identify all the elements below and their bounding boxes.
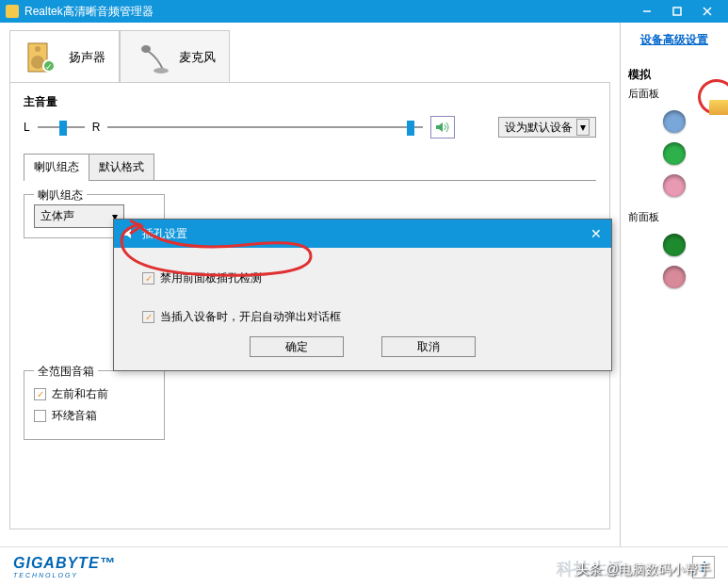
fullrange-front-row[interactable]: 左前和右前 [34, 386, 154, 402]
main-volume-label: 主音量 [24, 94, 596, 110]
cancel-button[interactable]: 取消 [381, 336, 476, 357]
tab-mic-label: 麦克风 [179, 49, 216, 66]
speaker-config-value: 立体声 [40, 208, 74, 224]
front-panel-label: 前面板 [628, 210, 720, 224]
maximize-button[interactable] [662, 2, 692, 21]
fullrange-group: 全范围音箱 左前和右前 环绕音箱 [24, 370, 165, 440]
device-tabs: ✓ 扬声器 麦克风 [9, 30, 610, 83]
chevron-down-icon: ▾ [576, 119, 590, 136]
minimize-button[interactable] [632, 2, 662, 21]
microphone-icon [134, 39, 171, 76]
disable-front-jack-detect-row[interactable]: 禁用前面板插孔检测 [142, 270, 583, 286]
checkbox-icon [34, 410, 46, 422]
dialog-title: 插孔设置 [142, 226, 187, 242]
svg-rect-1 [673, 8, 681, 15]
advanced-settings-link[interactable]: 设备高级设置 [628, 32, 720, 48]
tab-speaker[interactable]: ✓ 扬声器 [9, 30, 120, 83]
speaker-config-title: 喇叭组态 [34, 187, 87, 203]
set-default-label: 设为默认设备 [505, 120, 573, 136]
checkbox-icon [142, 311, 154, 323]
checkbox-icon [34, 388, 46, 400]
window-titlebar: Realtek高清晰音频管理器 [0, 0, 728, 23]
subtab-speaker-config[interactable]: 喇叭组态 [24, 154, 89, 181]
speaker-icon: ✓ [24, 39, 61, 76]
dialog-titlebar: 插孔设置 ✕ [114, 220, 611, 248]
balance-right-label: R [92, 121, 101, 134]
jack-blue[interactable] [663, 110, 686, 133]
jack-settings-dialog: 插孔设置 ✕ 禁用前面板插孔检测 当插入设备时，开启自动弹出对话框 确定 取消 [113, 219, 612, 371]
analog-label: 模拟 [628, 67, 720, 83]
auto-popup-label: 当插入设备时，开启自动弹出对话框 [160, 309, 341, 325]
jack-front-pink[interactable] [663, 266, 686, 288]
window-title: Realtek高清晰音频管理器 [24, 4, 154, 20]
main-volume-slider[interactable] [107, 119, 423, 136]
app-icon [6, 5, 19, 18]
auto-popup-row[interactable]: 当插入设备时，开启自动弹出对话框 [142, 309, 583, 325]
svg-point-6 [35, 46, 40, 52]
svg-point-10 [154, 68, 169, 73]
balance-left-label: L [24, 121, 30, 134]
speaker-config-dropdown[interactable]: 立体声 ▾ [34, 204, 124, 228]
mute-button[interactable] [430, 116, 455, 138]
side-panel: 设备高级设置 模拟 后面板 前面板 [620, 23, 728, 546]
set-default-button[interactable]: 设为默认设备 ▾ [498, 117, 596, 138]
jack-front-green[interactable] [663, 234, 686, 256]
disable-front-jack-label: 禁用前面板插孔检测 [160, 270, 262, 286]
subtab-default-format[interactable]: 默认格式 [89, 154, 154, 181]
jack-pink[interactable] [663, 174, 686, 197]
svg-text:✓: ✓ [45, 62, 53, 72]
jack-green[interactable] [663, 142, 686, 165]
fullrange-front-label: 左前和右前 [52, 386, 108, 402]
balance-slider[interactable] [38, 119, 85, 136]
tab-microphone[interactable]: 麦克风 [120, 30, 230, 83]
svg-point-5 [31, 56, 44, 69]
connector-settings-button[interactable] [709, 100, 728, 115]
speaker-icon [123, 227, 137, 240]
watermark-text: 头条 @电脑数码小帮手 [575, 562, 711, 578]
fullrange-surround-row[interactable]: 环绕音箱 [34, 408, 154, 424]
close-button[interactable] [692, 2, 722, 21]
back-panel-label: 后面板 [628, 87, 720, 101]
gigabyte-logo: GIGABYTE™ TECHNOLOGY [13, 555, 116, 578]
checkbox-icon [142, 272, 154, 285]
fullrange-title: 全范围音箱 [34, 364, 98, 380]
fullrange-surround-label: 环绕音箱 [52, 408, 97, 424]
config-subtabs: 喇叭组态 默认格式 [24, 154, 596, 181]
ok-button[interactable]: 确定 [250, 336, 344, 357]
dialog-close-button[interactable]: ✕ [590, 226, 602, 241]
tab-speaker-label: 扬声器 [69, 49, 105, 66]
